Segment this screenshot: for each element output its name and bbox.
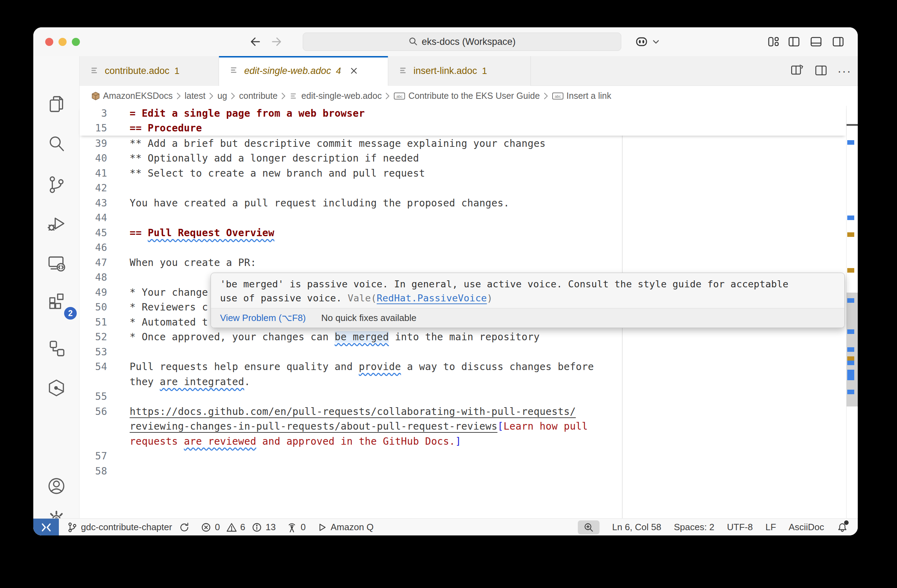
source-control-icon[interactable] (47, 175, 66, 194)
toggle-primary-sidebar-icon[interactable] (787, 35, 801, 49)
code-segment: a way to discuss changes before (401, 361, 594, 372)
linked-blocks-icon[interactable] (47, 338, 66, 358)
git-branch-item[interactable]: gdc-contribute-chapter (67, 522, 190, 533)
code-line: 42 (80, 181, 844, 196)
breadcrumb-item[interactable]: contribute (239, 91, 277, 101)
breadcrumb-item[interactable]: abcContribute to the EKS User Guide (393, 91, 540, 101)
problems-item[interactable]: 0 6 13 (201, 522, 276, 533)
code-line: 46 (80, 240, 844, 256)
svg-text:abc: abc (396, 94, 403, 98)
tab-insert-link.adoc[interactable]: insert-link.adoc1 (388, 56, 531, 86)
breadcrumb-item[interactable]: ug (217, 91, 227, 101)
tab-problem-badge: 4 (336, 66, 341, 77)
extensions-icon[interactable] (47, 291, 66, 311)
view-problem-link[interactable]: View Problem (⌥F8) (220, 312, 306, 323)
chevron-down-icon[interactable] (652, 39, 660, 46)
split-editor-right-icon[interactable] (814, 63, 828, 79)
line-number: 15 (80, 122, 107, 134)
forward-arrow-icon[interactable] (271, 35, 284, 48)
code-line: 56https://docs.github.com/en/pull-reques… (80, 404, 844, 419)
remote-indicator[interactable] (33, 519, 59, 536)
toggle-secondary-sidebar-icon[interactable] (831, 35, 845, 49)
code-line: 58 (80, 464, 844, 479)
notifications-bell[interactable] (837, 522, 848, 533)
more-actions-icon[interactable]: ··· (837, 64, 851, 78)
breadcrumb-item[interactable]: AmazonEKSDocs (91, 91, 173, 101)
line-number: 49 (80, 286, 107, 298)
code-line: 47When you create a PR: (80, 255, 844, 270)
symbol-string-icon: abc (393, 92, 406, 101)
copilot-icon[interactable] (635, 35, 649, 49)
tab-edit-single-web.adoc[interactable]: edit-single-web.adoc4 (219, 56, 388, 86)
ports-item[interactable]: 0 (286, 522, 306, 533)
split-editor-icon[interactable] (790, 63, 805, 79)
indentation-item[interactable]: Spaces: 2 (674, 522, 715, 533)
line-number: 43 (80, 197, 107, 209)
search-sidebar-icon[interactable] (47, 134, 66, 154)
line-number: 58 (80, 466, 107, 477)
language-mode-item[interactable]: AsciiDoc (789, 522, 824, 533)
vale-source-suffix: ) (487, 292, 493, 303)
back-arrow-icon[interactable] (248, 35, 261, 48)
ruler-warning-marker (847, 232, 854, 237)
code-line: 45== Pull Request Overview (80, 225, 844, 240)
cursor-position-item[interactable]: Ln 6, Col 58 (612, 522, 661, 533)
breadcrumb-chevron-icon (176, 92, 181, 100)
code-segment: Pull requests help ensure quality and (130, 361, 359, 372)
activity-bar: 2 (33, 56, 80, 518)
breadcrumb-item[interactable]: abcInsert a link (552, 91, 611, 101)
close-icon[interactable] (349, 66, 359, 76)
amazon-q-item[interactable]: Amazon Q (316, 522, 373, 533)
eol-item[interactable]: LF (765, 522, 776, 533)
code-segment: and approved in the GitHub Docs. (256, 436, 455, 447)
overview-ruler[interactable] (846, 106, 858, 518)
close-window-button[interactable] (45, 38, 53, 46)
no-quick-fixes-text: No quick fixes available (321, 312, 416, 323)
notification-dot (844, 521, 849, 525)
svg-text:abc: abc (555, 94, 561, 98)
code-line: 54Pull requests help ensure quality and … (80, 360, 844, 375)
ruler-info-marker (847, 390, 854, 394)
hover-actions: View Problem (⌥F8) No quick fixes availa… (211, 308, 845, 328)
breadcrumb-item[interactable]: latest (185, 91, 206, 101)
toggle-panel-icon[interactable] (809, 35, 823, 49)
minimize-window-button[interactable] (58, 38, 67, 46)
code-segment: provide (359, 361, 401, 372)
active-tab-accent (219, 56, 388, 57)
run-debug-icon[interactable] (47, 214, 66, 234)
sync-icon (179, 522, 190, 533)
code-line: 39** Add a brief but descriptive commit … (80, 136, 844, 151)
customize-layout-icon[interactable] (766, 35, 780, 49)
code-line: 43You have created a pull request includ… (80, 196, 844, 211)
explorer-icon[interactable] (47, 94, 66, 114)
line-number: 3 (80, 107, 107, 119)
code-segment: are integrated (160, 376, 244, 387)
breadcrumb-item[interactable]: edit-single-web.adoc (289, 91, 381, 101)
breadcrumb: AmazonEKSDocslatestugcontributeedit-sing… (80, 86, 858, 106)
tab-contribute.adoc[interactable]: contribute.adoc1 (80, 56, 219, 86)
radio-tower-icon (286, 522, 297, 533)
zoom-window-button[interactable] (72, 38, 80, 46)
accounts-icon[interactable] (47, 476, 66, 496)
search-value: eks-docs (Workspace) (421, 37, 516, 47)
code-line: requests are reviewed and approved in th… (80, 434, 844, 449)
line-number: 55 (80, 391, 107, 402)
branch-icon (67, 522, 78, 533)
code-line: they are integrated. (80, 374, 844, 389)
symbol-string-icon: abc (552, 92, 564, 101)
code-segment: When you create a PR: (130, 257, 256, 268)
file-list-icon (90, 66, 100, 77)
command-center-search[interactable]: eks-docs (Workspace) (303, 32, 621, 51)
ruler-info-marker (847, 140, 854, 145)
amazon-q-icon[interactable] (47, 378, 66, 398)
line-number: 46 (80, 242, 107, 253)
file-list-icon (230, 65, 239, 77)
line-number: 45 (80, 227, 107, 239)
line-number: 41 (80, 167, 107, 179)
code-segment: = Edit a single page from a web browser (130, 107, 365, 119)
vale-rule-link[interactable]: RedHat.PassiveVoice (377, 292, 487, 303)
code-segment: * Your change (130, 286, 208, 298)
zoom-indicator[interactable] (578, 521, 600, 534)
remote-explorer-icon[interactable] (47, 253, 66, 273)
encoding-item[interactable]: UTF-8 (727, 522, 753, 533)
